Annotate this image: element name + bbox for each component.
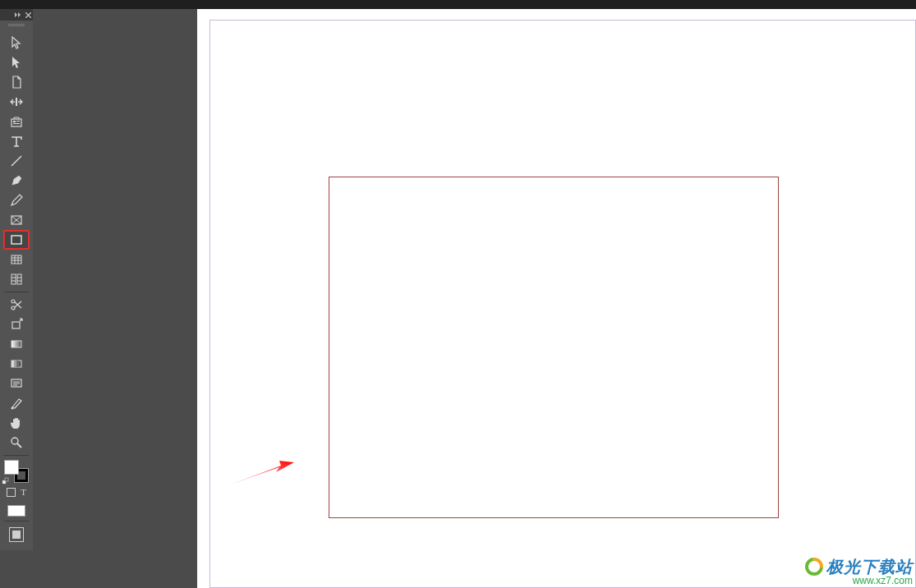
pencil-tool[interactable] — [3, 191, 30, 210]
svg-rect-16 — [17, 274, 21, 284]
formatting-text-icon[interactable]: T — [21, 488, 26, 497]
horizontal-grid-tool[interactable] — [3, 250, 30, 269]
apply-color[interactable] — [4, 503, 29, 518]
svg-line-23 — [15, 302, 21, 308]
svg-rect-25 — [12, 322, 20, 328]
pen-tool[interactable] — [3, 171, 30, 191]
tools-panel-grip[interactable] — [0, 21, 33, 29]
view-mode-toggle[interactable] — [9, 527, 24, 542]
svg-rect-30 — [16, 361, 19, 367]
svg-rect-3 — [16, 121, 20, 122]
svg-rect-26 — [12, 341, 21, 347]
gradient-feather-tool[interactable] — [3, 354, 30, 374]
selection-tool[interactable] — [3, 33, 30, 53]
tools-panel-header — [0, 9, 33, 21]
panel-expand-icon[interactable] — [15, 11, 21, 18]
pasteboard-left — [33, 9, 197, 588]
svg-point-35 — [12, 407, 14, 410]
app-root: T 极光下载站 — [0, 0, 916, 588]
svg-rect-1 — [12, 119, 21, 126]
gradient-swatch-tool[interactable] — [3, 334, 30, 354]
svg-line-37 — [17, 443, 21, 448]
color-theme-tool[interactable] — [3, 393, 30, 413]
drawn-rectangle-object[interactable] — [329, 177, 779, 518]
page-tool[interactable] — [3, 72, 30, 92]
content-collector-tool[interactable] — [3, 112, 30, 131]
tool-separator — [4, 292, 29, 292]
svg-point-36 — [12, 438, 18, 444]
free-transform-tool[interactable] — [3, 315, 30, 334]
rectangle-frame-tool[interactable] — [3, 210, 30, 230]
panel-close-icon[interactable] — [25, 11, 31, 18]
vertical-grid-tool[interactable] — [3, 269, 30, 289]
svg-rect-28 — [12, 361, 14, 367]
type-tool[interactable] — [3, 131, 30, 151]
tool-separator — [4, 455, 29, 456]
rectangle-tool[interactable] — [3, 230, 30, 250]
svg-rect-0 — [16, 98, 17, 106]
hand-tool[interactable] — [3, 413, 30, 433]
formatting-affects: T — [7, 488, 26, 497]
tool-separator — [4, 521, 29, 521]
zoom-tool[interactable] — [3, 433, 30, 452]
svg-rect-2 — [13, 121, 16, 122]
note-tool[interactable] — [3, 374, 30, 393]
svg-line-5 — [12, 156, 21, 166]
svg-rect-29 — [14, 361, 16, 367]
svg-rect-9 — [12, 236, 21, 244]
gap-tool[interactable] — [3, 92, 30, 112]
direct-selection-tool[interactable] — [3, 53, 30, 72]
line-tool[interactable] — [3, 151, 30, 171]
tools-panel: T — [0, 29, 33, 550]
scissors-tool[interactable] — [3, 295, 30, 315]
fill-stroke-swatches[interactable] — [4, 460, 29, 483]
svg-rect-15 — [12, 274, 16, 284]
svg-rect-10 — [12, 255, 21, 264]
formatting-container-icon[interactable] — [7, 488, 16, 497]
svg-point-22 — [12, 306, 15, 310]
swap-fill-stroke-icon[interactable] — [2, 476, 11, 485]
fill-swatch[interactable] — [4, 460, 19, 475]
svg-line-24 — [15, 301, 21, 307]
svg-rect-4 — [13, 123, 20, 124]
app-menu-bar — [0, 0, 916, 9]
svg-point-21 — [12, 300, 15, 303]
